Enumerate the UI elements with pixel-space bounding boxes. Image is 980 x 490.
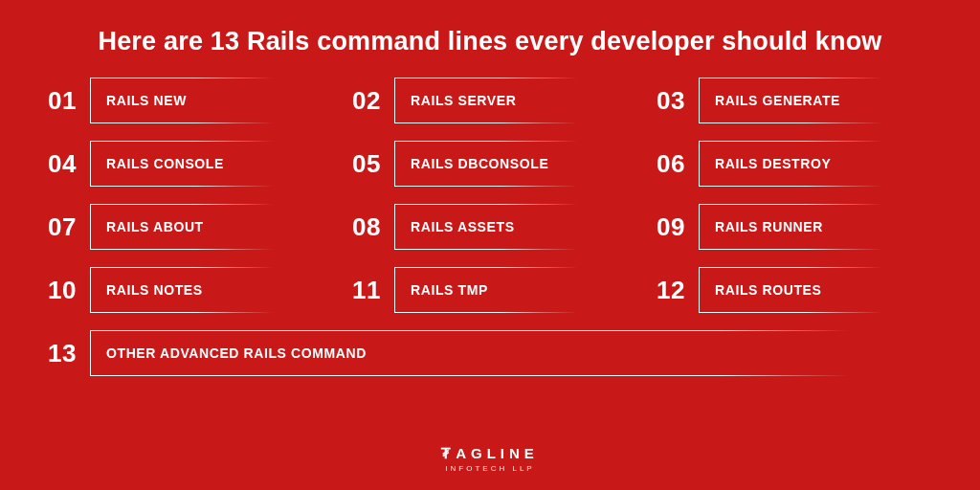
item-label: RAILS SERVER: [411, 93, 516, 108]
command-item: 07 RAILS ABOUT: [48, 204, 323, 250]
command-item: 06 RAILS DESTROY: [657, 141, 932, 187]
item-label: RAILS NOTES: [106, 282, 203, 298]
item-number: 02: [352, 86, 394, 116]
item-number: 07: [48, 212, 90, 242]
command-item: 10 RAILS NOTES: [48, 267, 323, 313]
item-box: RAILS ASSETS: [394, 204, 628, 250]
item-box: RAILS ABOUT: [90, 204, 323, 250]
item-label: RAILS CONSOLE: [106, 156, 224, 171]
item-box: RAILS DBCONSOLE: [394, 141, 628, 187]
command-item: 01 RAILS NEW: [48, 78, 323, 123]
item-label: RAILS RUNNER: [715, 219, 823, 234]
command-item: 11 RAILS TMP: [352, 267, 628, 313]
item-box: RAILS GENERATE: [699, 78, 932, 123]
command-item: 04 RAILS CONSOLE: [48, 141, 323, 187]
item-number: 12: [657, 276, 699, 305]
page-title: Here are 13 Rails command lines every de…: [0, 0, 980, 78]
item-box: OTHER ADVANCED RAILS COMMAND: [90, 330, 932, 376]
item-number: 01: [48, 86, 90, 116]
item-box: RAILS NEW: [90, 78, 323, 123]
item-label: OTHER ADVANCED RAILS COMMAND: [106, 345, 367, 361]
item-box: RAILS TMP: [394, 267, 628, 313]
item-label: RAILS GENERATE: [715, 93, 840, 108]
item-number: 06: [657, 149, 699, 179]
command-item: 05 RAILS DBCONSOLE: [352, 141, 628, 187]
item-number: 05: [352, 149, 394, 179]
item-label: RAILS ABOUT: [106, 219, 204, 234]
item-box: RAILS CONSOLE: [90, 141, 323, 187]
item-box: RAILS ROUTES: [699, 267, 932, 313]
brand-name: ₮AGLINE: [441, 445, 539, 462]
item-label: RAILS DESTROY: [715, 156, 831, 171]
item-box: RAILS SERVER: [394, 78, 628, 123]
item-number: 11: [352, 276, 394, 305]
item-label: RAILS TMP: [411, 282, 488, 298]
item-label: RAILS ASSETS: [411, 219, 515, 234]
item-box: RAILS RUNNER: [699, 204, 932, 250]
item-number: 03: [657, 86, 699, 116]
command-grid: 01 RAILS NEW 02 RAILS SERVER 03 RAILS GE…: [0, 78, 980, 376]
item-label: RAILS DBCONSOLE: [411, 156, 548, 171]
command-item: 13 OTHER ADVANCED RAILS COMMAND: [48, 330, 932, 376]
item-label: RAILS NEW: [106, 93, 187, 108]
command-item: 12 RAILS ROUTES: [657, 267, 932, 313]
item-number: 13: [48, 339, 90, 368]
command-item: 02 RAILS SERVER: [352, 78, 628, 123]
command-item: 08 RAILS ASSETS: [352, 204, 628, 250]
item-number: 04: [48, 149, 90, 179]
command-item: 03 RAILS GENERATE: [657, 78, 932, 123]
brand-subtitle: INFOTECH LLP: [0, 464, 980, 473]
item-label: RAILS ROUTES: [715, 282, 821, 298]
footer: ₮AGLINE INFOTECH LLP: [0, 445, 980, 473]
item-number: 08: [352, 212, 394, 242]
item-number: 09: [657, 212, 699, 242]
item-box: RAILS DESTROY: [699, 141, 932, 187]
item-box: RAILS NOTES: [90, 267, 323, 313]
brand-logo: ₮AGLINE: [0, 445, 980, 462]
item-number: 10: [48, 276, 90, 305]
command-item: 09 RAILS RUNNER: [657, 204, 932, 250]
